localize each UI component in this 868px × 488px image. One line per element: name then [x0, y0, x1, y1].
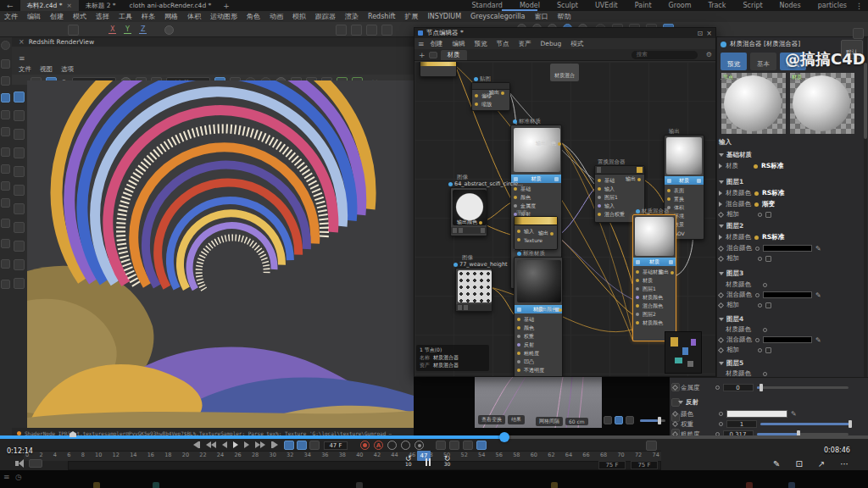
next-frame-button[interactable]: [244, 441, 249, 448]
connection-dot[interactable]: [754, 191, 759, 196]
node-editor-menu-item[interactable]: 创建: [431, 40, 443, 48]
rv-tool-icon[interactable]: [14, 185, 25, 196]
toolbar-icon[interactable]: [366, 25, 377, 36]
rv-tool-icon[interactable]: [14, 241, 25, 252]
single-view-icon[interactable]: [626, 416, 634, 424]
connection-dot[interactable]: [754, 164, 758, 169]
video-progress-bar[interactable]: [0, 435, 868, 439]
menu-item[interactable]: Greyscalegorilla: [470, 13, 525, 20]
linked-node[interactable]: RS标准: [761, 162, 783, 170]
keyframe-track[interactable]: [68, 461, 661, 470]
end-frame-field-b[interactable]: 75 F: [631, 461, 658, 469]
node-output-port[interactable]: 输出颜色: [457, 219, 482, 226]
metalness-slider[interactable]: [757, 386, 849, 389]
node-editor-menu-item[interactable]: Debug: [541, 40, 562, 47]
panel-scrollbar[interactable]: [864, 37, 867, 377]
back-icon[interactable]: ←: [7, 2, 14, 10]
play-mode-button[interactable]: [297, 441, 307, 450]
keyframe-rot-button[interactable]: [415, 441, 424, 450]
renderview-menu-item[interactable]: 视图: [40, 65, 53, 74]
close-window-icon[interactable]: ×: [706, 30, 712, 37]
renderview-menu-item[interactable]: 文件: [19, 65, 31, 74]
weight-slider[interactable]: [760, 423, 852, 425]
node-editor-menu-item[interactable]: 节点: [497, 40, 509, 48]
toolbar-icon[interactable]: [381, 25, 392, 36]
menu-item[interactable]: Redshift: [368, 13, 395, 20]
rv-tool-icon[interactable]: [14, 147, 25, 158]
node-port[interactable]: 不透明度: [515, 366, 562, 374]
timeline-ruler[interactable]: 0246810121416182022242628303234363840424…: [24, 451, 661, 461]
next-key-button[interactable]: [255, 441, 265, 448]
value-field[interactable]: 1: [726, 420, 757, 428]
menu-item[interactable]: 扩展: [404, 12, 418, 21]
pencil-icon[interactable]: ✎: [815, 291, 821, 299]
node-port[interactable]: 置换: [665, 195, 704, 203]
node-port[interactable]: 混合颜色: [633, 302, 676, 310]
layout-tab[interactable]: Groom: [667, 2, 693, 9]
node-output-port[interactable]: 输出颜色: [536, 140, 561, 147]
layout-tab[interactable]: Standard: [470, 2, 504, 9]
autokey-button[interactable]: A: [374, 441, 383, 450]
doc-tab-active[interactable]: 布料2.c4d * ×: [20, 0, 79, 11]
menu-item[interactable]: 体积: [187, 12, 201, 21]
tool-icon[interactable]: [1, 239, 10, 248]
layout-tab[interactable]: Sculpt: [555, 2, 580, 9]
node-port[interactable]: 缩放: [472, 100, 509, 108]
close-tab-icon[interactable]: ×: [67, 2, 72, 9]
folder-icon[interactable]: [429, 52, 437, 58]
node-editor-menu-item[interactable]: 模式: [570, 40, 583, 48]
toolbar-icon[interactable]: [351, 25, 362, 36]
tool-icon[interactable]: [1, 181, 10, 191]
rv-tool-icon[interactable]: [14, 203, 25, 214]
additive-checkbox[interactable]: [765, 302, 771, 308]
film-track-icon[interactable]: [29, 459, 42, 468]
keyframe-filter-icon[interactable]: [436, 441, 446, 450]
node-editor-menu-item[interactable]: 编辑: [453, 40, 465, 48]
dock-icon[interactable]: [853, 28, 864, 39]
sound-scrub-button[interactable]: [309, 441, 320, 450]
node-image-a[interactable]: [450, 187, 487, 236]
rv-tool-icon[interactable]: [14, 110, 25, 121]
node-search-input[interactable]: 搜索: [632, 51, 698, 59]
menu-item[interactable]: 网格: [164, 12, 178, 21]
connection-dot[interactable]: [754, 202, 759, 207]
current-frame-field[interactable]: 47 F: [324, 441, 348, 450]
menu-item[interactable]: 帮助: [558, 12, 571, 21]
doc-tab[interactable]: 未标题 2 *: [79, 0, 123, 11]
node-port[interactable]: 输入: [595, 185, 644, 193]
rv-tool-icon[interactable]: [14, 278, 25, 289]
node-output-port[interactable]: 输出: [538, 230, 554, 237]
material-tab[interactable]: 材质: [441, 50, 467, 60]
blend-color-swatch[interactable]: [763, 291, 812, 298]
toolbar-icon[interactable]: [336, 25, 347, 36]
layout-tab[interactable]: Model: [518, 2, 542, 9]
goto-end-button[interactable]: [271, 441, 278, 448]
renderview-menu-item[interactable]: 选项: [61, 65, 74, 74]
node-menu-icon[interactable]: ≡: [418, 40, 425, 48]
clock-icon[interactable]: ◷: [15, 473, 22, 481]
group-layer3[interactable]: 图层3: [719, 269, 743, 278]
goto-start-button[interactable]: [193, 441, 200, 448]
keyframe-preset-icon[interactable]: [463, 441, 473, 450]
group-layer1[interactable]: 图层1: [719, 178, 743, 186]
rewind-10-button[interactable]: ↺ 10: [405, 457, 412, 467]
preview-thumb-material[interactable]: 材质: [790, 73, 854, 134]
node-port[interactable]: 表面: [665, 186, 704, 195]
node-editor-menu-item[interactable]: 预览: [475, 40, 487, 48]
layout-tab[interactable]: particles: [816, 2, 849, 9]
maximize-icon[interactable]: ⊡: [698, 30, 704, 37]
doc-tab[interactable]: cloth ani-abcRender.c4d *: [123, 0, 219, 11]
tab-preview[interactable]: 预览: [721, 53, 747, 70]
rv-tool-icon[interactable]: [14, 92, 25, 103]
rv-tool-icon[interactable]: [14, 166, 25, 177]
forward-30-button[interactable]: ↻ 30: [444, 457, 451, 467]
menu-item[interactable]: 文件: [4, 12, 18, 21]
annotate-icon[interactable]: ✎: [773, 459, 780, 469]
blend-color-swatch[interactable]: [763, 336, 812, 343]
keyframe-select-icon[interactable]: [449, 441, 459, 450]
menu-item[interactable]: 模式: [73, 12, 86, 21]
rv-tool-icon[interactable]: [14, 222, 25, 233]
pencil-icon[interactable]: ✎: [815, 245, 821, 252]
menu-item[interactable]: 跟踪器: [315, 12, 336, 21]
navigator-minimap[interactable]: [665, 331, 702, 374]
